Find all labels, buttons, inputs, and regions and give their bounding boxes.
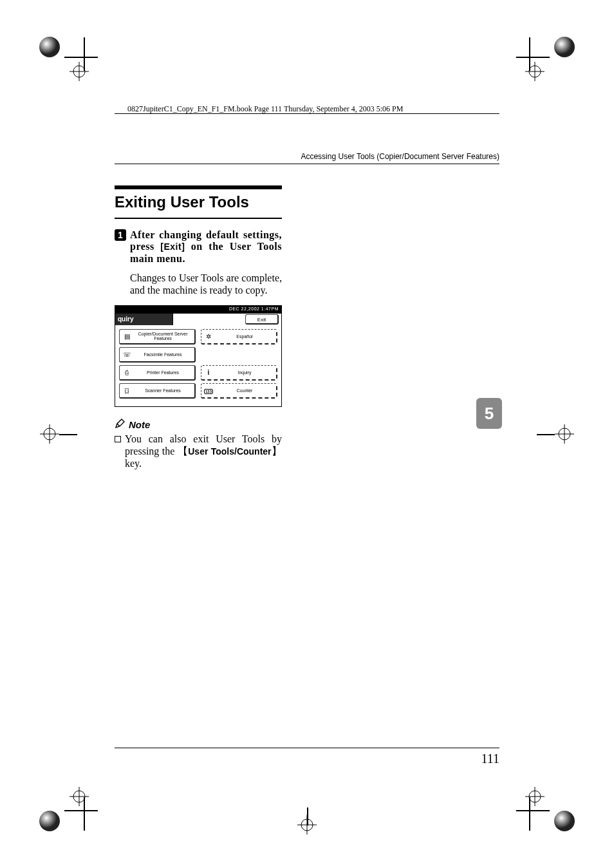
panel-left-column: ▤Copier/Document Server Features ☏Facsim…: [119, 329, 196, 399]
note-after: key.: [125, 458, 142, 469]
svg-point-10: [73, 791, 85, 802]
svg-point-13: [529, 791, 541, 802]
panel-btn-label: Facsimile Features: [134, 352, 192, 357]
info-icon: i: [204, 369, 213, 376]
note-item: You can also exit User Tools by pressing…: [115, 433, 282, 470]
panel-btn-label: Counter: [216, 388, 274, 393]
svg-point-19: [559, 428, 570, 440]
step-1-paragraph: Changes to User Tools are complete, and …: [130, 272, 282, 296]
exit-button-label-ref: [Exit]: [160, 241, 185, 252]
step-1: 1 After changing default settings, press…: [115, 229, 282, 265]
ref-underline: [115, 113, 499, 114]
step-number-badge: 1: [115, 229, 126, 241]
panel-btn-language[interactable]: ✲Español: [201, 329, 277, 344]
svg-point-16: [44, 428, 55, 440]
body-column: 1 After changing default settings, press…: [115, 229, 282, 470]
header-rule: [115, 164, 499, 164]
page-number: 111: [481, 751, 499, 766]
panel-btn-printer[interactable]: ⎙Printer Features: [119, 365, 196, 381]
svg-point-3: [554, 811, 575, 831]
copier-icon: ▤: [122, 333, 131, 340]
chapter-thumb-tab: 5: [476, 398, 502, 429]
user-tools-counter-key: User Tools/Counter: [188, 446, 271, 457]
panel-body: ▤Copier/Document Server Features ☏Facsim…: [115, 325, 281, 402]
panel-title-spacer: [173, 314, 245, 325]
panel-title-bar: quiry Exit: [115, 314, 281, 325]
section-heading-block: Exiting User Tools: [115, 185, 282, 219]
footer-rule: [115, 748, 499, 748]
panel-btn-copier-docserver[interactable]: ▤Copier/Document Server Features: [119, 329, 196, 344]
svg-point-4: [73, 66, 85, 77]
panel-btn-label: Printer Features: [134, 370, 192, 375]
svg-point-0: [39, 37, 60, 57]
step-1-text: After changing default settings, press […: [130, 229, 282, 265]
left-bracket-icon: 【: [178, 446, 188, 457]
user-tools-panel: DEC 22,2002 1:47PM quiry Exit ▤Copier/Do…: [115, 305, 282, 407]
scanner-icon: ⌼: [122, 387, 131, 394]
panel-tab-label: quiry: [115, 314, 173, 325]
hollow-square-icon: [115, 436, 121, 442]
heading-rule-thin: [115, 218, 282, 219]
panel-btn-inquiry[interactable]: iInquiry: [201, 365, 277, 381]
heading-rule-thick: [115, 185, 282, 189]
panel-btn-label: Inquiry: [216, 370, 274, 375]
panel-btn-label: Scanner Features: [134, 388, 192, 393]
panel-gap: [201, 347, 277, 363]
page-wrap: 0827JupiterC1_Copy_EN_F1_FM.book Page 11…: [64, 37, 550, 831]
note-text: You can also exit User Tools by pressing…: [125, 433, 282, 470]
panel-btn-label: Español: [216, 334, 274, 339]
note-block: Note You can also exit User Tools by pre…: [115, 419, 282, 470]
panel-right-column: ✲Español iInquiry 123Counter: [201, 329, 277, 399]
svg-point-22: [301, 819, 313, 831]
svg-point-7: [529, 66, 541, 77]
svg-point-2: [39, 811, 60, 831]
panel-btn-scanner[interactable]: ⌼Scanner Features: [119, 383, 196, 399]
right-bracket-icon: 】: [272, 446, 282, 457]
svg-point-1: [554, 37, 575, 57]
pencil-icon: [115, 419, 125, 431]
globe-icon: ✲: [204, 333, 213, 340]
book-reference: 0827JupiterC1_Copy_EN_F1_FM.book Page 11…: [127, 104, 403, 114]
running-header: Accessing User Tools (Copier/Document Se…: [115, 152, 499, 161]
section-heading: Exiting User Tools: [115, 192, 282, 214]
page-content: 0827JupiterC1_Copy_EN_F1_FM.book Page 11…: [115, 102, 499, 766]
printer-icon: ⎙: [122, 369, 131, 376]
fax-icon: ☏: [122, 351, 131, 358]
note-heading: Note: [115, 419, 282, 431]
panel-btn-counter[interactable]: 123Counter: [201, 383, 277, 399]
counter-icon: 123: [204, 387, 213, 394]
panel-exit-button[interactable]: Exit: [245, 314, 279, 325]
panel-btn-label: Copier/Document Server Features: [134, 332, 192, 341]
panel-btn-facsimile[interactable]: ☏Facsimile Features: [119, 347, 196, 363]
panel-status-bar: DEC 22,2002 1:47PM: [115, 306, 281, 314]
note-heading-text: Note: [129, 419, 150, 430]
